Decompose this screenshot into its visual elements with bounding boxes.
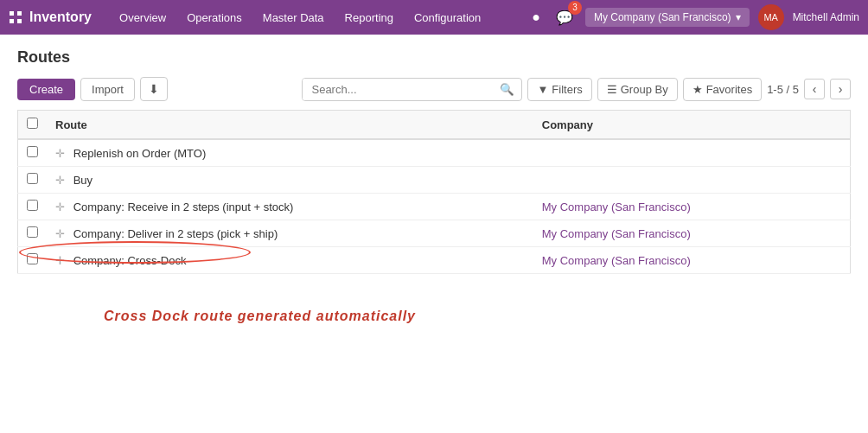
table-row: ✛ Replenish on Order (MTO) xyxy=(18,139,851,167)
company-value[interactable]: My Company (San Francisco) xyxy=(542,254,691,267)
avatar[interactable]: MA xyxy=(758,4,784,30)
route-name[interactable]: Buy xyxy=(73,174,93,187)
top-menu: Overview Operations Master Data Reportin… xyxy=(109,0,528,35)
drag-handle-icon[interactable]: ✛ xyxy=(55,254,65,267)
clock-icon[interactable]: ● xyxy=(528,6,544,29)
table-wrapper: Route Company ✛ Replenish on Order (MTO) xyxy=(17,110,851,274)
chat-icon[interactable]: 💬 3 xyxy=(552,6,577,29)
row-checkbox[interactable] xyxy=(27,253,38,264)
row-checkbox[interactable] xyxy=(27,200,38,211)
groupby-button[interactable]: ☰ Group By xyxy=(597,78,678,101)
drag-handle-icon[interactable]: ✛ xyxy=(55,227,65,240)
route-cell: ✛ Replenish on Order (MTO) xyxy=(47,139,533,167)
select-all-checkbox[interactable] xyxy=(27,118,38,129)
header-company: Company xyxy=(533,111,851,140)
row-checkbox-cell xyxy=(18,167,48,194)
top-navbar: Inventory Overview Operations Master Dat… xyxy=(0,0,868,35)
company-cell xyxy=(533,139,851,167)
annotation-text: Cross Dock route generated automatically xyxy=(104,309,851,324)
menu-item-operations[interactable]: Operations xyxy=(176,0,252,35)
company-name: My Company (San Francisco) xyxy=(594,11,731,23)
search-box: 🔍 xyxy=(302,78,522,101)
table-row: ✛ Company: Receive in 2 steps (input + s… xyxy=(18,194,851,220)
company-cell: My Company (San Francisco) xyxy=(533,220,851,247)
route-name[interactable]: Company: Receive in 2 steps (input + sto… xyxy=(73,201,294,213)
filters-button[interactable]: ▼ Filters xyxy=(527,78,591,101)
company-cell xyxy=(533,167,851,194)
route-cell: ✛ Company: Deliver in 2 steps (pick + sh… xyxy=(47,220,533,247)
row-checkbox-cell xyxy=(18,139,48,167)
user-name[interactable]: Mitchell Admin xyxy=(793,11,859,23)
company-cell: My Company (San Francisco) xyxy=(533,194,851,220)
row-checkbox-cell xyxy=(18,194,48,220)
filters-label: Filters xyxy=(552,83,582,96)
pager-next[interactable]: › xyxy=(830,79,851,99)
toolbar-right: 🔍 ▼ Filters ☰ Group By ★ Favorites 1-5 /… xyxy=(302,78,851,101)
svg-rect-1 xyxy=(17,11,22,16)
route-name[interactable]: Replenish on Order (MTO) xyxy=(73,147,207,160)
favorites-label: Favorites xyxy=(706,83,752,96)
menu-item-masterdata[interactable]: Master Data xyxy=(252,0,335,35)
route-name[interactable]: Company: Cross-Dock xyxy=(73,254,187,267)
notification-badge: 3 xyxy=(568,1,582,15)
groupby-label: Group By xyxy=(621,83,668,96)
favorites-button[interactable]: ★ Favorites xyxy=(683,78,762,101)
route-cell: ✛ Buy xyxy=(47,167,533,194)
main-content: Routes Create Import ⬇ 🔍 ▼ Filters ☰ Gro… xyxy=(0,35,868,324)
row-checkbox-cell xyxy=(18,220,48,247)
svg-rect-2 xyxy=(10,19,14,23)
toolbar: Create Import ⬇ 🔍 ▼ Filters ☰ Group By ★… xyxy=(17,77,851,101)
row-checkbox-cell xyxy=(18,247,48,274)
pager-text: 1-5 / 5 xyxy=(767,83,799,96)
menu-item-overview[interactable]: Overview xyxy=(109,0,176,35)
svg-rect-3 xyxy=(17,19,22,23)
table-header: Route Company xyxy=(18,111,851,140)
pager: 1-5 / 5 ‹ › xyxy=(767,79,851,99)
table-row: ✛ Company: Cross-Dock My Company (San Fr… xyxy=(18,247,851,274)
page-title: Routes xyxy=(17,48,851,67)
table-row: ✛ Buy xyxy=(18,167,851,194)
drag-handle-icon[interactable]: ✛ xyxy=(55,174,65,187)
company-dropdown-icon: ▾ xyxy=(736,11,741,23)
import-button[interactable]: Import xyxy=(80,78,135,101)
filter-icon: ▼ xyxy=(537,83,548,96)
company-cell: My Company (San Francisco) xyxy=(533,247,851,274)
star-icon: ★ xyxy=(692,83,703,96)
drag-handle-icon[interactable]: ✛ xyxy=(55,201,65,213)
topnav-right: ● 💬 3 My Company (San Francisco) ▾ MA Mi… xyxy=(528,4,859,30)
row-checkbox[interactable] xyxy=(27,173,38,184)
table-body: ✛ Replenish on Order (MTO) ✛ Buy xyxy=(18,139,851,274)
route-cell: ✛ Company: Receive in 2 steps (input + s… xyxy=(47,194,533,220)
header-route: Route xyxy=(47,111,533,140)
route-cell: ✛ Company: Cross-Dock xyxy=(47,247,533,274)
row-checkbox[interactable] xyxy=(27,226,38,238)
menu-item-reporting[interactable]: Reporting xyxy=(335,0,404,35)
search-input[interactable] xyxy=(303,79,493,100)
company-selector[interactable]: My Company (San Francisco) ▾ xyxy=(585,8,750,27)
drag-handle-icon[interactable]: ✛ xyxy=(55,147,65,160)
menu-item-configuration[interactable]: Configuration xyxy=(404,0,491,35)
app-brand[interactable]: Inventory xyxy=(29,10,92,25)
row-checkbox[interactable] xyxy=(27,146,38,157)
grid-icon[interactable] xyxy=(9,10,22,24)
company-value[interactable]: My Company (San Francisco) xyxy=(542,227,691,240)
svg-rect-0 xyxy=(10,11,14,16)
header-checkbox-cell xyxy=(18,111,48,140)
download-button[interactable]: ⬇ xyxy=(140,77,168,101)
routes-table: Route Company ✛ Replenish on Order (MTO) xyxy=(17,110,851,274)
table-row: ✛ Company: Deliver in 2 steps (pick + sh… xyxy=(18,220,851,247)
route-name[interactable]: Company: Deliver in 2 steps (pick + ship… xyxy=(73,227,278,240)
pager-prev[interactable]: ‹ xyxy=(804,79,825,99)
company-value[interactable]: My Company (San Francisco) xyxy=(542,201,691,213)
groupby-icon: ☰ xyxy=(607,83,617,96)
create-button[interactable]: Create xyxy=(17,79,75,100)
search-button[interactable]: 🔍 xyxy=(493,79,521,100)
